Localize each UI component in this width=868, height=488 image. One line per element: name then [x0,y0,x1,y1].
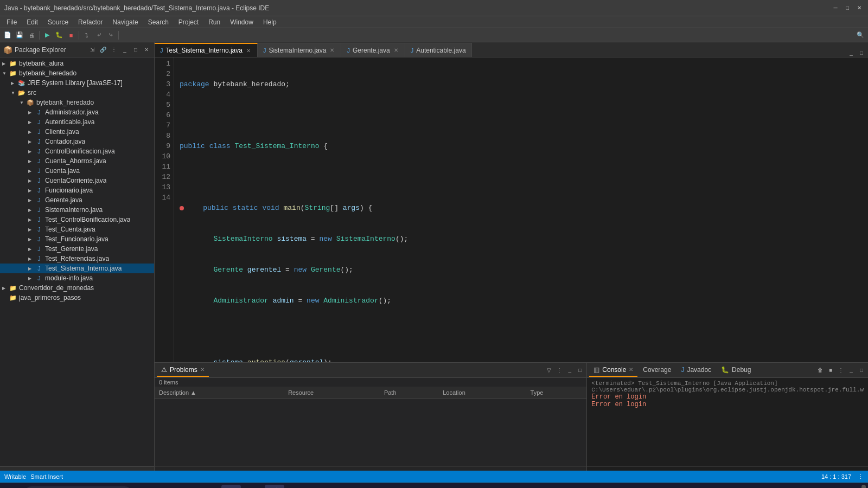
tab-coverage[interactable]: Coverage [639,364,675,377]
list-item[interactable]: ▶ 📁 Convertidor_de_monedas [0,283,154,293]
tab-close-button[interactable]: ✕ [245,48,252,54]
list-item[interactable]: ▼ 📁 bytebank_heredado [0,68,154,78]
taskbar-app-store[interactable]: 🏪 [156,485,176,489]
status-settings-icon[interactable]: ⋮ [858,473,864,480]
close-panel-button[interactable]: ✕ [142,46,151,54]
console-minimize-button[interactable]: _ [847,366,856,375]
left-panel-scrollbar[interactable] [0,466,154,471]
console-menu-button[interactable]: ⋮ [837,366,845,375]
debug-button[interactable]: 🐛 [54,30,65,41]
menu-search[interactable]: Search [144,17,173,27]
run-button[interactable]: ▶ [42,30,53,41]
list-item[interactable]: ▶ J Cliente.java [0,127,154,137]
list-item[interactable]: ▶ J Cuenta_Ahorros.java [0,156,154,166]
tab-console[interactable]: ▥ Console ✕ [589,364,637,377]
start-button[interactable]: 🪟 [2,485,22,489]
taskbar: 🪟 📁 🏪 ✉️ 🌐 🦊 💬 ☕ ☀️ 28°C Soleado ^ 🌐 🔊 E… [0,483,868,488]
link-with-editor-button[interactable]: 🔗 [99,46,107,54]
list-item[interactable]: ▶ J Test_Referencias.java [0,254,154,264]
tab-maximize-button[interactable]: □ [857,48,866,57]
list-item[interactable]: ▶ J Contador.java [0,137,154,146]
menu-window[interactable]: Window [226,17,258,27]
menu-project[interactable]: Project [174,17,203,27]
console-clear-button[interactable]: 🗑 [816,366,825,375]
list-item[interactable]: ▶ J Administrador.java [0,107,154,117]
list-item[interactable]: ▶ J Test_ControlBonificacion.java [0,215,154,224]
list-item[interactable]: ▼ 📂 src [0,88,154,98]
taskbar-app-explorer[interactable]: 📁 [135,485,154,489]
maximize-button[interactable]: □ [843,4,852,12]
tab-debug[interactable]: 🐛 Debug [717,364,755,377]
tab-close-button[interactable]: ✕ [393,47,399,53]
new-button[interactable]: 📄 [2,30,13,41]
list-item[interactable]: ▼ 📦 bytebank_heredado [0,98,154,107]
tree-item-label: src [28,89,36,97]
list-item[interactable]: ▶ J Funcionario.java [0,185,154,195]
menu-navigate[interactable]: Navigate [108,17,142,27]
print-button[interactable]: 🖨 [26,30,37,41]
show-desktop-button[interactable] [861,485,866,489]
list-item[interactable]: ▶ J Autenticable.java [0,117,154,127]
search-btn[interactable]: 🔍 [855,30,866,41]
collapse-all-button[interactable]: ⇲ [88,46,97,54]
taskbar-app-edge[interactable]: 🌐 [200,485,219,489]
tab-autenticable[interactable]: J Autenticable.java [405,43,472,57]
taskbar-app-mail[interactable]: ✉️ [178,485,197,489]
code-editor[interactable]: package bytebank_heredado; public class … [174,57,868,362]
list-item[interactable]: ▶ J CuentaCorriente.java [0,176,154,185]
list-item[interactable]: ▶ J Test_Funcionario.java [0,234,154,244]
list-item[interactable]: ▶ J Test_Gerente.java [0,244,154,254]
problems-maximize-button[interactable]: □ [576,366,584,375]
menu-run[interactable]: Run [204,17,225,27]
problems-scrollbar[interactable] [155,466,586,471]
list-item[interactable]: ▶ J Test_Cuenta.java [0,224,154,234]
list-item[interactable]: ▶ J module-info.java [0,273,154,283]
problems-filter-button[interactable]: ▽ [545,366,553,375]
tab-close-button[interactable]: ✕ [329,47,335,53]
editor-area[interactable]: 1 2 3 4 5 6 7 8 9 10 11 12 13 14 package… [155,57,868,362]
console-scrollbar[interactable] [587,466,868,471]
java-file-icon: J [35,157,43,165]
java-file-icon: J [35,176,43,185]
tab-sistema-interno[interactable]: J SistemaInterno.java ✕ [258,43,342,57]
panel-menu-button[interactable]: ⋮ [110,46,118,54]
menu-refactor[interactable]: Refactor [74,17,107,27]
minimize-button[interactable]: ─ [831,4,840,12]
list-item[interactable]: ▶ J Cuenta.java [0,166,154,176]
minimize-panel-button[interactable]: _ [120,46,129,54]
tab-gerente[interactable]: J Gerente.java ✕ [341,43,405,57]
list-item[interactable]: 📁 java_primeros_pasos [0,293,154,303]
tab-minimize-button[interactable]: _ [847,48,856,57]
menu-help[interactable]: Help [259,17,281,27]
stop-button[interactable]: ■ [66,30,76,41]
tab-javadoc[interactable]: J Javadoc [676,364,716,377]
list-item[interactable]: ▶ J ControlBonificacion.java [0,146,154,156]
console-maximize-button[interactable]: □ [857,366,866,375]
tree-arrow: ▶ [28,266,35,271]
save-button[interactable]: 💾 [14,30,25,41]
list-item[interactable]: ▶ 📚 JRE System Library [JavaSE-17] [0,78,154,88]
step-into[interactable]: ⤶ [93,30,104,41]
taskbar-search-input[interactable] [24,486,132,489]
tab-problems[interactable]: ⚠ Problems ✕ [157,364,209,377]
taskbar-app-firefox[interactable]: 🦊 [221,485,241,489]
close-button[interactable]: ✕ [855,4,864,12]
maximize-panel-button[interactable]: □ [131,46,140,54]
taskbar-app-discord[interactable]: 💬 [243,485,263,489]
menu-source[interactable]: Source [43,17,73,27]
problems-minimize-button[interactable]: _ [565,366,574,375]
list-item[interactable]: ▶ J SistemaInterno.java [0,205,154,215]
list-item[interactable]: ▶ J Test_Sistema_Interno.java [0,264,154,273]
console-stop-button[interactable]: ■ [826,366,835,375]
step-out[interactable]: ⤷ [105,30,116,41]
list-item[interactable]: ▶ J Gerente.java [0,195,154,205]
problems-menu-button[interactable]: ⋮ [555,366,564,375]
problems-close-button[interactable]: ✕ [200,367,205,373]
tab-test-sistema-interno[interactable]: J Test_Sistema_Interno.java ✕ [155,43,258,57]
list-item[interactable]: ▶ 📁 bytebank_alura [0,59,154,68]
menu-file[interactable]: File [2,17,21,27]
menu-edit[interactable]: Edit [22,17,42,27]
taskbar-app-eclipse[interactable]: ☕ [265,485,284,489]
console-close-button[interactable]: ✕ [629,367,633,373]
step-over[interactable]: ⤵ [81,30,92,41]
